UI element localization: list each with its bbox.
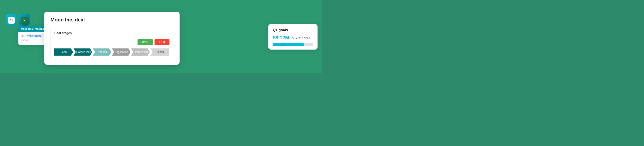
excel-icon: X: [21, 17, 28, 24]
stages-menu-icon[interactable]: ···: [165, 31, 170, 35]
calendar-icon: 31: [8, 17, 15, 24]
stage-qualified-lead[interactable]: Qualified lead: [74, 48, 92, 56]
recipients-badge: 498 recipients: [25, 34, 43, 37]
deal-card: Moon Inc. deal Deal stages ··· Won Lost …: [44, 12, 180, 65]
goals-target: Goal $10.54M: [291, 37, 310, 40]
stage-contract-sent[interactable]: Contract sent: [131, 48, 150, 56]
to-label: To:: [21, 35, 24, 37]
won-button[interactable]: Won: [138, 39, 153, 45]
goals-title: Q1 goals: [273, 28, 313, 32]
email-card-title: Mass email message: [21, 27, 46, 30]
stage-proposal[interactable]: Proposal: [93, 48, 112, 56]
icon-badges-container: 31 X: [6, 11, 30, 27]
subject-label: Subject:: [21, 39, 29, 41]
goals-progress-bar-fill: [273, 43, 304, 46]
calendar-badge: 31: [6, 14, 16, 27]
pipeline-stages: Lead Qualified lead Proposal Negotiation…: [54, 48, 170, 56]
goals-card: Q1 goals $8.12M Goal $10.54M: [268, 24, 318, 50]
won-lost-row: Won Lost: [54, 39, 170, 45]
deal-stages-card: Deal stages ··· Won Lost Lead Qualified …: [50, 27, 173, 59]
deal-title: Moon Inc. deal: [50, 17, 173, 23]
stage-negotiation[interactable]: Negotiation: [112, 48, 130, 56]
stages-title: Deal stages: [54, 31, 72, 35]
stage-closed[interactable]: Closed: [150, 48, 169, 56]
stage-lead[interactable]: Lead: [54, 48, 73, 56]
lost-button[interactable]: Lost: [154, 39, 170, 45]
goals-amount: $8.12M: [273, 35, 289, 41]
excel-badge: X: [19, 14, 30, 27]
stages-header: Deal stages ···: [54, 31, 170, 35]
goals-amount-row: $8.12M Goal $10.54M: [273, 35, 313, 41]
goals-progress-bar-bg: [273, 43, 313, 46]
